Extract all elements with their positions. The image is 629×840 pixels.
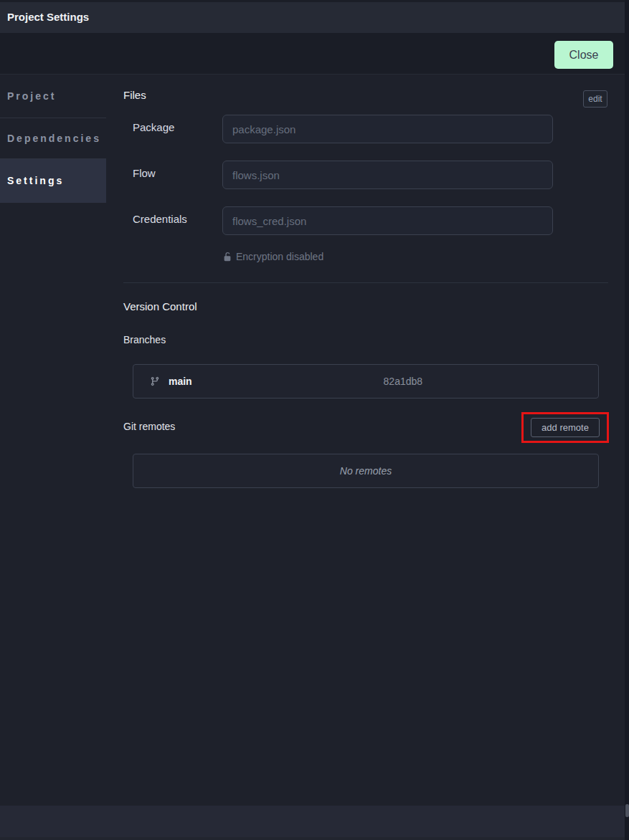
- sidebar-item-dependencies[interactable]: Dependencies: [0, 118, 106, 159]
- version-control-title: Version Control: [123, 300, 197, 312]
- section-divider: [123, 282, 608, 283]
- add-remote-button[interactable]: add remote: [531, 418, 600, 437]
- branch-row-main[interactable]: main 82a1db8: [133, 364, 599, 398]
- close-button[interactable]: Close: [554, 41, 613, 69]
- credentials-label: Credentials: [133, 213, 187, 225]
- unlock-icon: [222, 252, 236, 262]
- page-title: Project Settings: [7, 11, 89, 23]
- package-label: Package: [133, 121, 174, 133]
- settings-sidebar: Project Dependencies Settings: [0, 75, 106, 203]
- scrollbar-thumb[interactable]: [625, 804, 629, 817]
- sidebar-item-settings[interactable]: Settings: [0, 159, 106, 203]
- credentials-input[interactable]: [222, 206, 553, 235]
- no-remotes-text: No remotes: [340, 465, 392, 477]
- flow-label: Flow: [133, 167, 156, 179]
- package-input[interactable]: [222, 115, 553, 143]
- git-branch-icon: [150, 376, 160, 386]
- title-bar: Project Settings: [0, 0, 629, 33]
- edit-files-button[interactable]: edit: [583, 90, 607, 108]
- remotes-empty-box: No remotes: [133, 454, 599, 488]
- footer-bar: [0, 806, 629, 840]
- scrollbar-track[interactable]: [625, 0, 629, 840]
- encryption-status-text: Encryption disabled: [236, 251, 323, 262]
- sidebar-item-project[interactable]: Project: [0, 75, 106, 118]
- files-section-title: Files: [123, 89, 146, 101]
- annotation-highlight: add remote: [521, 412, 609, 443]
- branches-title: Branches: [123, 334, 166, 345]
- branch-name: main: [169, 376, 192, 387]
- flow-input[interactable]: [222, 161, 553, 189]
- project-settings-dialog: Project Settings Close Project Dependenc…: [0, 0, 629, 840]
- git-remotes-title: Git remotes: [123, 421, 175, 432]
- encryption-status: Encryption disabled: [222, 251, 323, 262]
- branch-commit-hash: 82a1db8: [384, 376, 423, 387]
- dialog-header: Close: [0, 33, 629, 75]
